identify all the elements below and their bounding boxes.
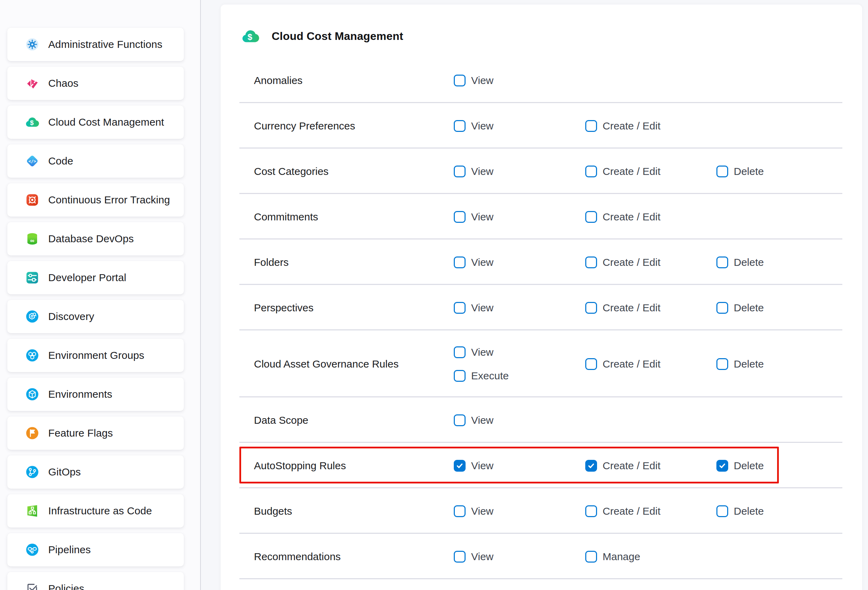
permission-column-2: Delete <box>716 149 862 194</box>
sidebar-module-list: Administrative FunctionsChaos$Cloud Cost… <box>0 0 200 590</box>
sidebar-item-discovery[interactable]: Discovery <box>7 300 184 333</box>
budgets-delete-permission[interactable]: Delete <box>716 505 764 517</box>
folders-create-edit-checkbox[interactable] <box>585 256 597 268</box>
currency-preferences-create-edit-permission[interactable]: Create / Edit <box>585 120 661 132</box>
permission-column-2: Delete <box>716 330 862 398</box>
sidebar-item-code[interactable]: </>Code <box>7 144 184 178</box>
cost-categories-delete-checkbox[interactable] <box>716 166 728 177</box>
sidebar-item-administrative-functions[interactable]: Administrative Functions <box>7 28 184 61</box>
folders-view-permission[interactable]: View <box>454 256 493 268</box>
permission-row-label: Perspectives <box>221 285 454 330</box>
perspectives-create-edit-permission[interactable]: Create / Edit <box>585 302 661 314</box>
recommendations-manage-checkbox[interactable] <box>585 551 597 563</box>
sidebar-item-label: Infrastructure as Code <box>48 505 152 517</box>
cloud-asset-governance-rules-create-edit-checkbox[interactable] <box>585 358 597 370</box>
sidebar-item-label: Chaos <box>48 77 78 89</box>
permission-row-label: Folders <box>221 240 454 285</box>
data-scope-view-permission[interactable]: View <box>454 414 493 426</box>
commitments-view-checkbox[interactable] <box>454 211 466 223</box>
permission-label: View <box>471 460 493 472</box>
recommendations-view-checkbox[interactable] <box>454 551 466 563</box>
permission-column-0: View <box>454 534 585 579</box>
sidebar-item-gitops[interactable]: GitOps <box>7 455 184 489</box>
permission-row-label: Cloud Asset Governance Rules <box>221 330 454 398</box>
perspectives-delete-checkbox[interactable] <box>716 302 728 314</box>
sidebar-item-cloud-cost-management[interactable]: $Cloud Cost Management <box>7 105 184 139</box>
database-infinity-icon: ∞ <box>25 231 40 246</box>
perspectives-view-checkbox[interactable] <box>454 302 466 314</box>
sidebar-item-continuous-error-tracking[interactable]: Continuous Error Tracking <box>7 183 184 217</box>
cloud-asset-governance-rules-view-checkbox[interactable] <box>454 346 466 358</box>
cloud-asset-governance-rules-execute-checkbox[interactable] <box>454 370 466 382</box>
commitments-view-permission[interactable]: View <box>454 211 493 223</box>
sidebar-item-environment-groups[interactable]: Environment Groups <box>7 339 184 372</box>
autostopping-rules-create-edit-checkbox[interactable] <box>585 460 597 472</box>
code-brackets-icon: </> <box>25 154 40 169</box>
anomalies-view-checkbox[interactable] <box>454 75 466 86</box>
permission-label: Create / Edit <box>602 505 661 517</box>
budgets-view-permission[interactable]: View <box>454 505 493 517</box>
currency-preferences-view-permission[interactable]: View <box>454 120 493 132</box>
permission-column-0: View <box>454 488 585 534</box>
perspectives-view-permission[interactable]: View <box>454 302 493 314</box>
sidebar-item-label: Policies <box>48 583 84 590</box>
permission-column-0: View <box>454 58 585 103</box>
folders-view-checkbox[interactable] <box>454 256 466 268</box>
permission-label: Create / Edit <box>602 256 661 268</box>
permission-label: Delete <box>734 256 764 268</box>
sidebar-item-database-devops[interactable]: ∞Database DevOps <box>7 222 184 256</box>
folders-delete-permission[interactable]: Delete <box>716 256 764 268</box>
permission-column-1: Create / Edit <box>585 488 716 534</box>
cost-categories-create-edit-permission[interactable]: Create / Edit <box>585 166 661 177</box>
flow-sliders-icon <box>25 270 40 285</box>
sidebar-item-label: GitOps <box>48 466 81 478</box>
folders-create-edit-permission[interactable]: Create / Edit <box>585 256 661 268</box>
permission-row-commitments: CommitmentsViewCreate / Edit <box>221 194 862 240</box>
permission-column-0: View <box>454 194 585 240</box>
permission-label: View <box>471 414 493 426</box>
autostopping-rules-create-edit-permission[interactable]: Create / Edit <box>585 460 661 472</box>
cloud-asset-governance-rules-view-permission[interactable]: View <box>454 346 493 358</box>
folders-delete-checkbox[interactable] <box>716 256 728 268</box>
cost-categories-create-edit-checkbox[interactable] <box>585 166 597 177</box>
sidebar-item-environments[interactable]: Environments <box>7 378 184 411</box>
permission-row-cloud-asset-governance-rules: Cloud Asset Governance RulesViewExecuteC… <box>221 330 862 398</box>
commitments-create-edit-permission[interactable]: Create / Edit <box>585 211 661 223</box>
sidebar-item-policies[interactable]: Policies <box>7 572 184 590</box>
cloud-asset-governance-rules-create-edit-permission[interactable]: Create / Edit <box>585 358 661 370</box>
sidebar-item-chaos[interactable]: Chaos <box>7 67 184 100</box>
sidebar-item-feature-flags[interactable]: Feature Flags <box>7 417 184 450</box>
permission-column-2: Delete <box>716 488 862 534</box>
cloud-asset-governance-rules-delete-permission[interactable]: Delete <box>716 358 764 370</box>
cost-categories-view-checkbox[interactable] <box>454 166 466 177</box>
permission-label: View <box>471 166 493 177</box>
cost-categories-delete-permission[interactable]: Delete <box>716 166 764 177</box>
sidebar-item-pipelines[interactable]: Pipelines <box>7 533 184 566</box>
budgets-view-checkbox[interactable] <box>454 505 466 517</box>
permission-column-1: Create / Edit <box>585 285 716 330</box>
perspectives-create-edit-checkbox[interactable] <box>585 302 597 314</box>
sidebar-item-infrastructure-as-code[interactable]: Infrastructure as Code <box>7 494 184 528</box>
budgets-create-edit-checkbox[interactable] <box>585 505 597 517</box>
autostopping-rules-view-permission[interactable]: View <box>454 460 493 472</box>
perspectives-delete-permission[interactable]: Delete <box>716 302 764 314</box>
flag-icon <box>25 426 40 441</box>
cloud-asset-governance-rules-execute-permission[interactable]: Execute <box>454 370 509 382</box>
currency-preferences-view-checkbox[interactable] <box>454 120 466 132</box>
recommendations-view-permission[interactable]: View <box>454 551 493 563</box>
data-scope-view-checkbox[interactable] <box>454 414 466 426</box>
commitments-create-edit-checkbox[interactable] <box>585 211 597 223</box>
recommendations-manage-permission[interactable]: Manage <box>585 551 640 563</box>
sidebar-item-developer-portal[interactable]: Developer Portal <box>7 261 184 294</box>
currency-preferences-create-edit-checkbox[interactable] <box>585 120 597 132</box>
cost-categories-view-permission[interactable]: View <box>454 166 493 177</box>
cloud-asset-governance-rules-delete-checkbox[interactable] <box>716 358 728 370</box>
autostopping-rules-delete-checkbox[interactable] <box>716 460 728 472</box>
autostopping-rules-view-checkbox[interactable] <box>454 460 466 472</box>
budgets-create-edit-permission[interactable]: Create / Edit <box>585 505 661 517</box>
anomalies-view-permission[interactable]: View <box>454 75 493 86</box>
sidebar-item-label: Developer Portal <box>48 272 126 284</box>
budgets-delete-checkbox[interactable] <box>716 505 728 517</box>
permission-column-0: View <box>454 240 585 285</box>
autostopping-rules-delete-permission[interactable]: Delete <box>716 460 764 472</box>
